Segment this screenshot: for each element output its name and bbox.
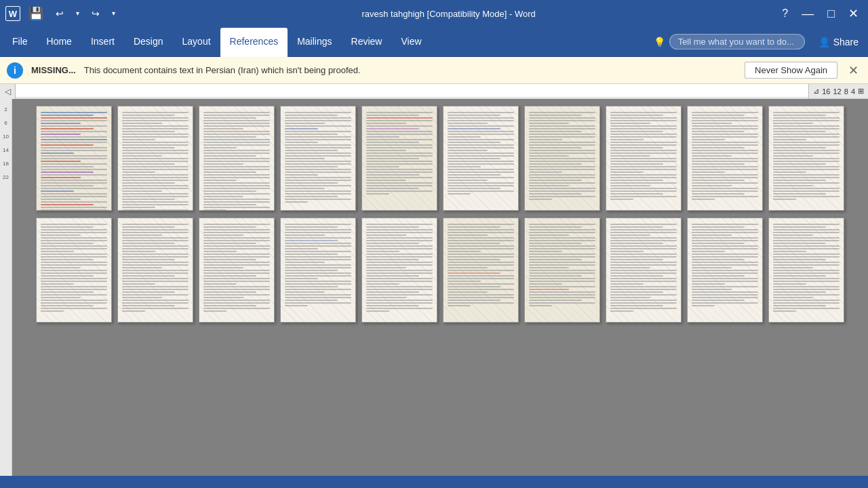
pages-row-1 xyxy=(36,106,844,211)
save-button[interactable]: 💾 xyxy=(24,6,47,21)
zoom-controls: ⊿ 16 12 8 4 ⊞ xyxy=(809,87,868,96)
left-ruler: 2 6 10 14 18 22 xyxy=(0,99,12,476)
ribbon-search-area: 💡 xyxy=(647,27,812,56)
quick-access-dropdown[interactable]: ▾ xyxy=(108,9,119,18)
zoom-val-1: 16 xyxy=(822,87,830,96)
close-button[interactable]: ✕ xyxy=(844,6,863,21)
word-icon: W xyxy=(5,6,20,21)
pages-row-2 xyxy=(36,218,844,323)
ruler-mark-6: 6 xyxy=(0,116,12,129)
title-bar-right: ? — □ ✕ xyxy=(778,6,863,21)
tab-file[interactable]: File xyxy=(3,28,37,57)
help-button[interactable]: ? xyxy=(778,7,792,20)
share-icon: 👤 xyxy=(818,37,830,47)
ruler-marks xyxy=(15,84,809,98)
page-thumbnail-12[interactable] xyxy=(117,218,193,323)
tab-layout[interactable]: Layout xyxy=(173,28,220,57)
maximize-button[interactable]: □ xyxy=(823,6,839,21)
page-thumbnail-14[interactable] xyxy=(280,218,356,323)
ruler-mark-10: 10 xyxy=(0,129,12,143)
ruler-side-button[interactable]: ◁ xyxy=(0,84,15,99)
ruler-mark-14: 14 xyxy=(0,143,12,157)
ribbon: File Home Insert Design Layout Reference… xyxy=(0,27,868,57)
tab-references[interactable]: References xyxy=(220,28,288,57)
document-area[interactable] xyxy=(12,99,868,476)
page-thumbnail-9[interactable] xyxy=(687,106,763,211)
page-thumbnail-17[interactable] xyxy=(524,218,600,323)
page-thumbnail-8[interactable] xyxy=(606,106,682,211)
page-thumbnail-1[interactable] xyxy=(36,106,112,211)
info-icon: i xyxy=(7,62,23,79)
tab-review[interactable]: Review xyxy=(342,28,392,57)
share-label: Share xyxy=(833,37,859,47)
never-show-button[interactable]: Never Show Again xyxy=(745,62,837,79)
share-button[interactable]: 👤 Share xyxy=(812,27,865,56)
tab-view[interactable]: View xyxy=(391,28,431,57)
ruler-mark-2: 2 xyxy=(0,102,12,116)
page-thumbnail-15[interactable] xyxy=(361,218,437,323)
redo-button[interactable]: ↪ xyxy=(87,7,104,20)
info-message: This document contains text in Persian (… xyxy=(84,65,736,75)
page-thumbnail-4[interactable] xyxy=(280,106,356,211)
zoom-val-3: 8 xyxy=(844,87,848,96)
zoom-icon: ⊿ xyxy=(813,87,819,96)
tab-mailings[interactable]: Mailings xyxy=(288,28,341,57)
page-thumbnail-19[interactable] xyxy=(687,218,763,323)
page-thumbnail-5[interactable] xyxy=(361,106,437,211)
info-bar: i MISSING... This document contains text… xyxy=(0,57,868,84)
undo-dropdown[interactable]: ▾ xyxy=(72,9,83,18)
page-thumbnail-7[interactable] xyxy=(524,106,600,211)
page-thumbnail-6[interactable] xyxy=(443,106,519,211)
document-title: ravesh tahghigh [Compatibility Mode] - W… xyxy=(119,9,778,19)
page-thumbnail-2[interactable] xyxy=(117,106,193,211)
ruler-mark-22: 22 xyxy=(0,170,12,184)
title-bar-left: W 💾 ↩ ▾ ↪ ▾ xyxy=(5,6,119,21)
page-thumbnail-3[interactable] xyxy=(199,106,275,211)
zoom-val-2: 12 xyxy=(833,87,842,96)
minimize-button[interactable]: — xyxy=(797,6,818,21)
page-thumbnail-18[interactable] xyxy=(606,218,682,323)
page-thumbnail-10[interactable] xyxy=(768,106,844,211)
undo-button[interactable]: ↩ xyxy=(52,7,68,20)
tab-home[interactable]: Home xyxy=(37,28,81,57)
status-bar xyxy=(0,476,868,488)
lightbulb-icon: 💡 xyxy=(654,37,665,47)
page-thumbnail-16[interactable] xyxy=(443,218,519,323)
title-bar: W 💾 ↩ ▾ ↪ ▾ ravesh tahghigh [Compatibili… xyxy=(0,0,868,27)
missing-label: MISSING... xyxy=(31,65,76,75)
page-thumbnail-13[interactable] xyxy=(199,218,275,323)
tab-design[interactable]: Design xyxy=(124,28,173,57)
info-icon-text: i xyxy=(14,65,16,76)
zoom-val-4: 4 xyxy=(851,87,855,96)
page-thumbnail-11[interactable] xyxy=(36,218,112,323)
ribbon-search-input[interactable] xyxy=(669,34,805,49)
tab-insert[interactable]: Insert xyxy=(81,28,124,57)
zoom-slider[interactable]: ⊞ xyxy=(858,87,864,96)
info-close-button[interactable]: ✕ xyxy=(846,63,861,78)
ruler-mark-18: 18 xyxy=(0,157,12,170)
ruler-area: ◁ ⊿ 16 12 8 4 ⊞ xyxy=(0,84,868,99)
page-thumbnail-20[interactable] xyxy=(768,218,844,323)
main-area: 2 6 10 14 18 22 xyxy=(0,99,868,476)
